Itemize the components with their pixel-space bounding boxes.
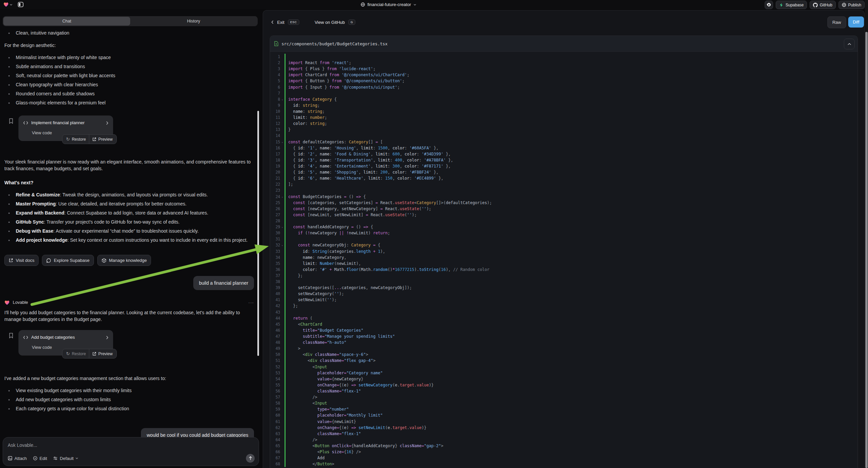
fold-chevron-icon[interactable]: ⌄: [280, 139, 284, 145]
fold-slot: [280, 279, 284, 285]
publish-button[interactable]: Publish: [838, 1, 865, 9]
bookmark-icon[interactable]: [9, 333, 13, 339]
lovable-heart-icon: [3, 2, 9, 7]
code-line: 68 </Button>: [270, 461, 858, 467]
code-line: 44 return (: [270, 315, 858, 321]
code-line: 55 onChange={(e) => setNewCategory(e.tar…: [270, 382, 858, 388]
view-on-github-button[interactable]: View on GitHub: [315, 20, 345, 25]
code-icon: [23, 121, 28, 125]
tab-history[interactable]: History: [130, 17, 257, 26]
fold-slot: [280, 187, 284, 194]
fold-slot: [280, 443, 284, 449]
raw-toggle[interactable]: Raw: [828, 17, 846, 28]
code-line: 65 <Button onClick={handleAddCategory} c…: [270, 443, 858, 449]
manage-knowledge-button[interactable]: Manage knowledge: [97, 255, 151, 266]
file-path: src/components/budget/BudgetCategories.t…: [281, 41, 388, 46]
code-line: 26 const [newCategory, setNewCategory] =…: [270, 206, 858, 212]
edit-card-title: Add budget categories: [31, 334, 103, 341]
assistant-paragraph: Your sleek financial planner is now read…: [4, 158, 254, 172]
fold-slot: [280, 212, 284, 218]
knowledge-box-icon: [102, 258, 106, 263]
user-message: build a financial planner: [193, 276, 254, 290]
restore-button[interactable]: ↻ Restore: [66, 351, 86, 357]
exit-button[interactable]: Exit: [277, 20, 284, 25]
edit-button[interactable]: Edit: [33, 456, 47, 461]
tab-chat[interactable]: Chat: [3, 17, 130, 26]
page-scrollbar[interactable]: [865, 0, 868, 468]
visit-docs-button[interactable]: Visit docs: [4, 255, 39, 266]
diff-toggle[interactable]: Diff: [848, 17, 864, 28]
github-button[interactable]: GitHub: [810, 1, 835, 9]
bookmark-icon[interactable]: [9, 118, 13, 124]
code-line: 15⌄const defaultCategories: Category[] =…: [270, 139, 858, 145]
code-line: 58 <Input: [270, 400, 858, 406]
composer[interactable]: Ask Lovable... Attach Edit Default: [3, 437, 259, 466]
page-scrollbar-thumb[interactable]: [865, 32, 868, 468]
list-item: Each category gets a unique color for vi…: [4, 404, 254, 413]
list-item: Refine & Customize: Tweak the design, an…: [4, 191, 254, 199]
code-line: 32⌄ const newCategoryObj: Category = {: [270, 242, 858, 248]
github-label: GitHub: [820, 3, 832, 7]
fold-slot: [280, 437, 284, 443]
fold-chevron-icon[interactable]: ⌄: [280, 224, 284, 230]
code-line: 23: [270, 187, 858, 194]
collapse-file-button[interactable]: [844, 39, 855, 49]
file-header[interactable]: src/components/budget/BudgetCategories.t…: [270, 36, 858, 52]
code-line: 30 if (!newCategory || !newLimit) return…: [270, 230, 858, 236]
back-chevron-icon[interactable]: [271, 20, 274, 24]
chat-input[interactable]: Ask Lovable...: [8, 442, 254, 448]
chat-messages: Clean, intuitive navigation For the desi…: [4, 27, 254, 442]
fold-slot: [280, 351, 284, 357]
image-icon: [8, 456, 12, 461]
project-switcher[interactable]: financial-future-creator: [361, 0, 416, 9]
mode-selector[interactable]: Default: [53, 456, 78, 461]
message-menu-button[interactable]: ···: [248, 299, 254, 306]
fold-slot: [280, 309, 284, 315]
attach-button[interactable]: Attach: [8, 456, 27, 461]
code-line: 64 />: [270, 437, 858, 443]
settings-button[interactable]: [765, 1, 773, 9]
fold-slot: [280, 449, 284, 455]
code-line: 60 placeholder="Monthly limit": [270, 412, 858, 418]
github-icon: [813, 3, 818, 7]
fold-chevron-icon[interactable]: ⌄: [280, 96, 284, 103]
explore-supabase-button[interactable]: Explore Supabase: [42, 255, 94, 266]
g-kbd-badge: G: [348, 20, 355, 25]
edit-card-financial-planner: Implement financial planner View code ↻ …: [19, 116, 113, 152]
code-line: 42 };: [270, 303, 858, 309]
preview-button[interactable]: Preview: [92, 136, 113, 143]
supabase-button[interactable]: Supabase: [776, 1, 807, 9]
list-item: Soft, neutral color palette with light b…: [4, 71, 254, 80]
fold-slot: [280, 291, 284, 297]
project-name: financial-future-creator: [367, 2, 411, 7]
chevron-right-icon: [106, 121, 108, 125]
restore-icon: ↻: [66, 351, 70, 357]
chat-scrollbar[interactable]: [257, 111, 259, 356]
code-line: 50 <div className="space-y-6">: [270, 351, 858, 357]
code-editor: 12import React from 'react';3import { Pl…: [270, 52, 858, 468]
fold-slot: [280, 340, 284, 346]
edit-card-title: Implement financial planner: [31, 119, 103, 126]
fold-chevron-icon[interactable]: ⌄: [280, 194, 284, 200]
fold-slot: [280, 248, 284, 255]
code-line: 21 { id: '6', name: 'Healthcare', limit:…: [270, 175, 858, 181]
fold-slot: [280, 261, 284, 267]
toggle-sidebar-button[interactable]: [18, 2, 24, 7]
preview-button[interactable]: Preview: [92, 351, 113, 357]
external-link-icon: [92, 352, 96, 356]
fold-chevron-icon[interactable]: ⌄: [280, 242, 284, 248]
code-line: 36 color: '#' + Math.floor(Math.random()…: [270, 267, 858, 273]
code-line: 11 limit: number;: [270, 115, 858, 120]
restore-button[interactable]: ↻ Restore: [66, 136, 86, 143]
fold-slot: [280, 364, 284, 370]
code-line: 29⌄ const handleAddCategory = () => {: [270, 224, 858, 230]
code-panel: Exit ESC View on GitHub G Raw Diff src/c…: [263, 10, 865, 468]
fold-slot: [280, 321, 284, 327]
code-line: 27 const [newLimit, setNewLimit] = React…: [270, 212, 858, 218]
target-icon: [33, 456, 38, 461]
fold-slot: [280, 400, 284, 406]
lovable-logo-menu[interactable]: [3, 2, 12, 7]
fold-slot: [280, 357, 284, 363]
fold-slot: [280, 455, 284, 461]
send-button[interactable]: [246, 454, 255, 463]
